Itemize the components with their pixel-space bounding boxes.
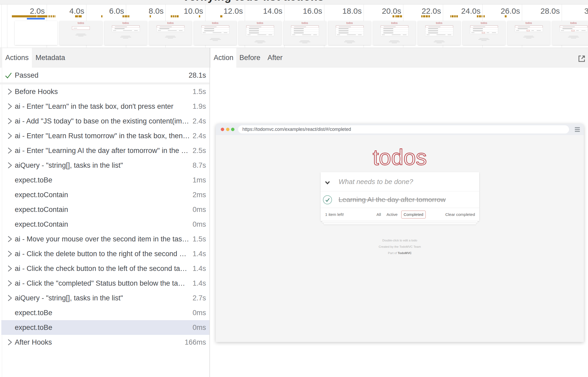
svg-text:todos: todos bbox=[373, 146, 427, 170]
